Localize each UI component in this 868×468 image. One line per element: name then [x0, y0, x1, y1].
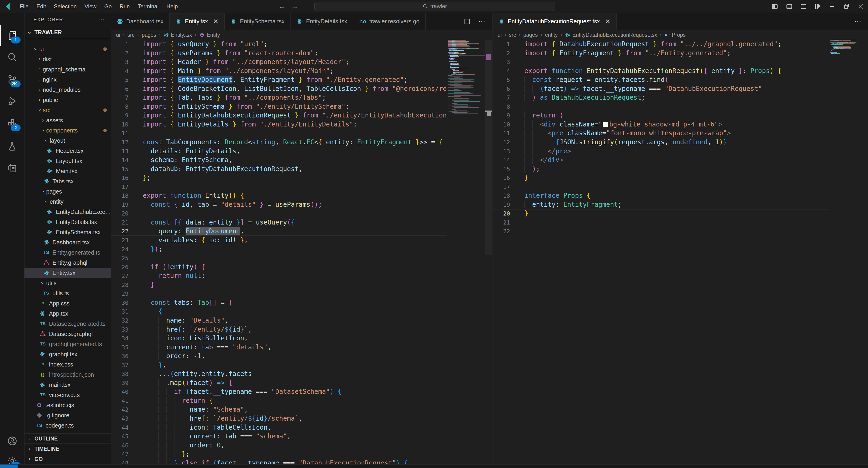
- breadcrumb-src[interactable]: src: [509, 32, 516, 38]
- workspace-section-header[interactable]: TRAWLER: [24, 27, 111, 38]
- tree-item-dist[interactable]: dist: [24, 54, 111, 64]
- close-icon[interactable]: ✕: [213, 18, 218, 25]
- tree-item-dashboard-tsx[interactable]: Dashboard.tsx: [24, 237, 111, 247]
- tab-entitydetails-tsx[interactable]: EntityDetails.tsx: [291, 13, 353, 30]
- tree-item-utils-ts[interactable]: TSutils.ts: [24, 288, 111, 298]
- tree-item-datasets-graphql[interactable]: Datasets.graphql: [24, 329, 111, 339]
- minimap-right[interactable]: [829, 40, 860, 468]
- ellipsis-icon[interactable]: ⋯: [855, 17, 862, 25]
- tree-item-entity-graphql[interactable]: Entity.graphql: [24, 258, 111, 268]
- panel-outline[interactable]: OUTLINE: [24, 433, 111, 444]
- breadcrumb-entitydatahubexecutionrequest-tsx[interactable]: EntityDatahubExecutionRequest.tsx: [565, 32, 657, 38]
- minimize-icon[interactable]: [825, 0, 839, 13]
- tree-item-app-css[interactable]: #App.css: [24, 298, 111, 309]
- testing-icon[interactable]: [0, 136, 24, 156]
- code-editor-right[interactable]: 1import { DatahubExecutionRequest } from…: [493, 40, 868, 468]
- tab-entity-tsx[interactable]: Entity.tsx✕: [169, 13, 225, 30]
- tree-item-introspection-json[interactable]: { }introspection.json: [24, 370, 111, 380]
- tree-item-vite-env-d-ts[interactable]: TSvite-env.d.ts: [24, 390, 111, 400]
- menu-terminal[interactable]: Terminal: [133, 0, 162, 13]
- command-center-search[interactable]: trawler: [314, 2, 555, 11]
- close-icon[interactable]: ✕: [605, 18, 610, 25]
- breadcrumb-left[interactable]: ui›src›pages›Entity.tsx›Entity: [111, 30, 492, 40]
- close-icon[interactable]: [854, 0, 868, 13]
- tree-item-ui[interactable]: ui: [24, 44, 111, 54]
- breadcrumb-entity-tsx[interactable]: Entity.tsx: [163, 32, 192, 38]
- code-editor-left[interactable]: 1import { useQuery } from "urql";2import…: [111, 40, 492, 468]
- tab-entityschema-tsx[interactable]: EntitySchema.tsx: [225, 13, 291, 30]
- tree-item-tabs-tsx[interactable]: Tabs.tsx: [24, 176, 111, 186]
- extensions-icon[interactable]: 2: [0, 113, 24, 134]
- tree-item-entity-tsx[interactable]: Entity.tsx: [24, 268, 111, 278]
- breadcrumb-src[interactable]: src: [127, 32, 134, 38]
- menu-view[interactable]: View: [81, 0, 100, 13]
- menu-run[interactable]: Run: [116, 0, 133, 13]
- menu-file[interactable]: File: [16, 0, 33, 13]
- tree-item-gitignore[interactable]: .gitignore: [24, 410, 111, 420]
- minimap-left[interactable]: [447, 40, 485, 468]
- tree-item-graphql-schema[interactable]: graphql_schema: [24, 64, 111, 75]
- breadcrumb-ui[interactable]: ui: [498, 32, 502, 38]
- tree-item-entityschema-tsx[interactable]: EntitySchema.tsx: [24, 227, 111, 237]
- tree-item-pages[interactable]: pages: [24, 186, 111, 197]
- menu-help[interactable]: Help: [162, 0, 182, 13]
- ellipsis-icon[interactable]: ⋯: [478, 17, 486, 25]
- tree-item-assets[interactable]: assets: [24, 115, 111, 125]
- tree-item-entity[interactable]: entity: [24, 197, 111, 207]
- tree-item-codegen-ts[interactable]: TScodegen.ts: [24, 420, 111, 431]
- tree-item-main-tsx[interactable]: Main.tsx: [24, 166, 111, 176]
- source-control-icon[interactable]: 2K+: [0, 69, 24, 90]
- scrollbar-left[interactable]: [485, 40, 492, 468]
- panel-timeline[interactable]: TIMELINE: [24, 443, 111, 454]
- tree-item-entitydatahubexecutionrequest-tsx[interactable]: EntityDatahubExecutionRequest.tsx: [24, 207, 111, 217]
- layout-sidebar-right-icon[interactable]: [796, 0, 811, 13]
- tree-item-datasets-generated-ts[interactable]: TSDatasets.generated.ts: [24, 319, 111, 329]
- tree-item-main-tsx[interactable]: main.tsx: [24, 380, 111, 390]
- tree-item-layout[interactable]: layout: [24, 136, 111, 146]
- breadcrumb-pages[interactable]: pages: [142, 32, 156, 38]
- tab-dashboard-tsx[interactable]: Dashboard.tsx: [111, 13, 169, 30]
- ellipsis-icon[interactable]: ⋯: [99, 16, 105, 23]
- tree-item-index-css[interactable]: #index.css: [24, 359, 111, 370]
- arrow-right-icon[interactable]: →: [291, 3, 298, 10]
- tree-item-graphql-generated-ts[interactable]: TSgraphql.generated.ts: [24, 339, 111, 349]
- arrow-left-icon[interactable]: ←: [278, 3, 285, 10]
- breadcrumb-props[interactable]: Props: [664, 32, 686, 38]
- layout-panel-icon[interactable]: [782, 0, 796, 13]
- layout-customize-icon[interactable]: [811, 0, 825, 13]
- tree-item-nginx[interactable]: nginx: [24, 75, 111, 85]
- tree-item-layout-tsx[interactable]: Layout.tsx: [24, 156, 111, 166]
- tab-entitydatahubexecutionrequest-tsx[interactable]: EntityDatahubExecutionRequest.tsx✕: [493, 13, 617, 30]
- references-icon[interactable]: [0, 158, 24, 179]
- menu-selection[interactable]: Selection: [50, 0, 81, 13]
- tree-item-public[interactable]: public: [24, 95, 111, 105]
- search-icon[interactable]: [0, 47, 24, 67]
- files-icon[interactable]: 1: [0, 25, 24, 46]
- tree-item-eslintrc-cjs[interactable]: .eslintrc.cjs: [24, 400, 111, 410]
- tree-item-components[interactable]: components: [24, 125, 111, 136]
- breadcrumb-pages[interactable]: pages: [523, 32, 538, 38]
- remote-indicator[interactable]: [0, 465, 18, 468]
- tab-trawler-resolvers-go[interactable]: GOtrawler.resolvers.go: [353, 13, 426, 30]
- scrollbar-right[interactable]: [860, 40, 868, 468]
- tree-item-src[interactable]: src: [24, 105, 111, 115]
- breadcrumb-ui[interactable]: ui: [116, 32, 120, 38]
- menu-edit[interactable]: Edit: [33, 0, 50, 13]
- tree-item-entitydetails-tsx[interactable]: EntityDetails.tsx: [24, 217, 111, 227]
- tree-item-graphql-tsx[interactable]: graphql.tsx: [24, 349, 111, 359]
- account-icon[interactable]: [0, 431, 24, 451]
- split-editor-icon[interactable]: [464, 18, 470, 25]
- run-debug-icon[interactable]: [0, 91, 24, 112]
- layout-sidebar-left-icon[interactable]: [768, 0, 782, 13]
- menu-go[interactable]: Go: [100, 0, 116, 13]
- restore-icon[interactable]: [839, 0, 854, 13]
- breadcrumb-entity[interactable]: Entity: [199, 32, 220, 38]
- breadcrumb-right[interactable]: ui›src›pages›entity›EntityDatahubExecuti…: [493, 30, 868, 40]
- tree-item-app-tsx[interactable]: App.tsx: [24, 309, 111, 319]
- scrollbar-slider[interactable]: [485, 40, 492, 255]
- tree-item-entity-generated-ts[interactable]: TSEntity.generated.ts: [24, 247, 111, 258]
- tree-item-header-tsx[interactable]: Header.tsx: [24, 146, 111, 156]
- tree-item-node-modules[interactable]: node_modules: [24, 85, 111, 95]
- panel-go[interactable]: GO: [24, 454, 111, 464]
- tree-item-utils[interactable]: utils: [24, 278, 111, 288]
